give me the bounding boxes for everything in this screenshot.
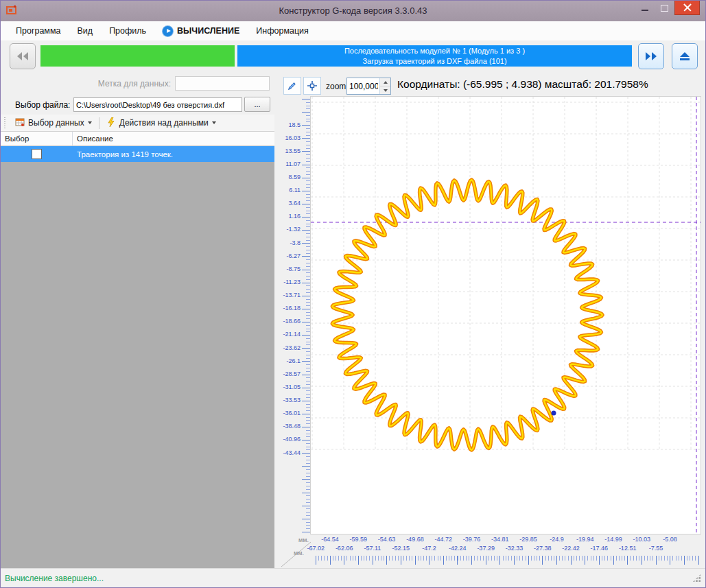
browse-button[interactable]: ... [244, 97, 270, 112]
h-ruler-label: -24.9 [550, 536, 564, 543]
h-ruler-ticks [311, 556, 701, 567]
origin-button[interactable] [303, 77, 321, 95]
h-ruler-label: -12.51 [619, 545, 637, 552]
h-ruler: мм. мм. -64.54-59.59-54.63-49.68-44.72-3… [281, 534, 701, 569]
menu-item-label: Информация [256, 26, 309, 36]
v-ruler-label: -6.27 [286, 252, 301, 259]
menu-item-3[interactable]: ВЫЧИСЛЕНИЕ [154, 23, 248, 39]
v-ruler-labels: 18.516.0313.5511.078.596.113.641.16-1.32… [281, 97, 301, 534]
zoom-down-button[interactable] [380, 86, 390, 94]
h-ruler-label: -22.42 [562, 545, 580, 552]
menu-item-label: Вид [78, 26, 93, 36]
data-actions-menu-button[interactable]: Действия над данными [102, 115, 221, 131]
column-header-select[interactable]: Выбор [1, 132, 73, 145]
h-ruler-label: -10.03 [633, 536, 651, 543]
chevron-down-icon [88, 121, 92, 124]
v-ruler-label: -8.75 [286, 266, 301, 272]
h-ruler-label: -19.94 [576, 536, 594, 543]
v-ruler-label: -26.1 [286, 357, 301, 364]
h-ruler-label: -52.15 [392, 545, 410, 552]
crosshair-icon [307, 80, 318, 91]
progress-bar [40, 45, 235, 67]
menu-item-4[interactable]: Информация [248, 23, 317, 38]
plot-canvas[interactable] [311, 97, 701, 534]
menu-item-1[interactable]: Вид [69, 23, 102, 38]
v-ruler-label: -18.66 [283, 318, 301, 325]
data-label-input[interactable] [175, 76, 270, 91]
prev-module-button[interactable] [10, 43, 36, 69]
resize-grip[interactable] [692, 574, 701, 583]
eject-button[interactable] [672, 43, 698, 69]
sidebar-empty-area [1, 162, 274, 569]
zoom-up-button[interactable] [380, 78, 390, 86]
h-ruler-label: -37.29 [477, 545, 495, 552]
column-header-description[interactable]: Описание [73, 132, 274, 145]
window-title: Конструктор G-кода версия 3.3.0.43 [1, 5, 705, 16]
row-description: Траектория из 1419 точек. [73, 146, 274, 162]
h-ruler-row2: -67.02-62.06-57.11-52.15-47.2-42.24-37.2… [311, 545, 701, 553]
v-ruler-label: -11.23 [283, 279, 301, 285]
h-ruler-label: -67.02 [307, 545, 325, 552]
h-ruler-label: -62.06 [336, 545, 353, 552]
status-line1: Последовательность модулей № 1 (Модуль 1… [237, 46, 632, 56]
zoom-label: zoom [326, 82, 346, 91]
play-icon [163, 26, 173, 36]
v-ruler-label: 8.59 [288, 174, 301, 180]
h-ruler-unit: мм. [294, 550, 304, 556]
v-ruler-label: -40.96 [283, 436, 301, 443]
chevron-down-icon [212, 121, 216, 124]
v-ruler-label: 13.55 [285, 148, 301, 154]
plot-area: 18.516.0313.5511.078.596.113.641.16-1.32… [281, 97, 701, 534]
h-ruler-label: -27.38 [534, 545, 552, 552]
v-ruler-label: 16.03 [285, 134, 301, 141]
v-ruler-label: 1.16 [288, 213, 301, 220]
h-ruler-label: -59.59 [350, 536, 368, 543]
v-ruler-label: -13.71 [283, 292, 301, 298]
v-ruler-ticks [301, 97, 311, 534]
zoom-input[interactable] [347, 78, 379, 94]
toolstrip-separator [99, 117, 99, 129]
v-ruler-label: -16.18 [283, 305, 301, 311]
v-ruler-label: -43.44 [283, 449, 301, 456]
pencil-icon [287, 80, 298, 91]
eject-icon [679, 51, 690, 62]
edit-button[interactable] [283, 77, 301, 95]
sidebar: Метка для данных: Выбор файла: ... Выбор… [1, 72, 278, 569]
data-toolstrip: Выбор данных Действия над данными [1, 115, 274, 132]
app-window: Конструктор G-кода версия 3.3.0.43 Прогр… [0, 0, 706, 588]
v-ruler-label: -36.01 [283, 410, 301, 416]
file-label: Выбор файла: [15, 100, 70, 110]
menu-item-label: Программа [16, 26, 61, 36]
h-ruler-label: -32.33 [506, 545, 523, 552]
menu-item-2[interactable]: Профиль [101, 23, 154, 38]
data-select-menu-button[interactable]: Выбор данных [10, 115, 97, 131]
file-path-input[interactable] [73, 97, 242, 112]
double-right-arrow-icon [644, 51, 658, 61]
data-select-label: Выбор данных [28, 118, 84, 128]
down-arrow-icon [384, 89, 388, 92]
titlebar[interactable]: Конструктор G-кода версия 3.3.0.43 [1, 1, 705, 21]
next-module-button[interactable] [638, 43, 664, 69]
h-ruler-label: -39.76 [463, 536, 481, 543]
maximize-button[interactable] [655, 1, 674, 15]
data-actions-label: Действия над данными [119, 118, 209, 128]
menu-item-0[interactable]: Программа [8, 23, 69, 38]
h-ruler-label: -7.55 [649, 545, 663, 552]
h-ruler-label: -54.63 [378, 536, 396, 543]
h-ruler-label: -17.46 [591, 545, 609, 552]
coordinates-readout: Координаты: (-65.995 ; 4.938) масштаб: 2… [397, 78, 648, 91]
v-ruler-label: 6.11 [289, 187, 301, 193]
table-header: Выбор Описание [1, 131, 274, 146]
plot-panel: zoom Координаты: (-65.995 ; 4.938) масшт… [281, 72, 706, 569]
close-button[interactable] [674, 1, 700, 15]
gear-outline-inner [332, 180, 602, 450]
status-line2: Загрузка траекторий из DXF файла (101) [237, 56, 632, 67]
toolstrip-grip-icon[interactable] [4, 117, 5, 128]
row-checkbox[interactable] [32, 149, 42, 159]
minimize-button[interactable] [635, 1, 655, 15]
menu-item-label: ВЫЧИСЛЕНИЕ [177, 26, 239, 36]
maximize-icon [661, 5, 668, 12]
v-ruler-label: -21.14 [283, 331, 301, 338]
double-left-arrow-icon [16, 51, 30, 61]
table-row[interactable]: Траектория из 1419 точек. [1, 146, 274, 162]
